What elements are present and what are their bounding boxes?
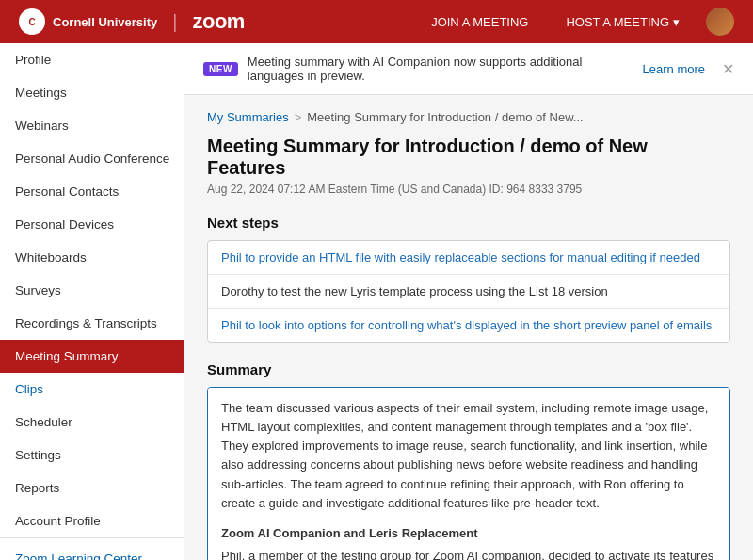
host-meeting-button[interactable]: HOST A MEETING ▾ — [554, 9, 691, 35]
banner-message: Meeting summary with AI Companion now su… — [248, 55, 633, 83]
sidebar-item-profile[interactable]: Profile — [0, 43, 184, 76]
cornell-logo: C Cornell University — [19, 8, 157, 35]
summary-box[interactable]: The team discussed various aspects of th… — [207, 387, 730, 560]
sidebar-item-webinars[interactable]: Webinars — [0, 109, 184, 142]
sidebar-item-meetings[interactable]: Meetings — [0, 76, 184, 109]
host-meeting-label: HOST A MEETING — [566, 15, 669, 29]
next-steps-title: Next steps — [207, 215, 730, 231]
breadcrumb-current: Meeting Summary for Introduction / demo … — [307, 110, 583, 124]
avatar-image — [706, 8, 734, 36]
summary-paragraph-1: The team discussed various aspects of th… — [221, 399, 716, 513]
summary-title: Summary — [207, 361, 730, 377]
institution-name: Cornell University — [53, 15, 157, 29]
learn-more-link[interactable]: Learn more — [643, 62, 705, 76]
app-body: Profile Meetings Webinars Personal Audio… — [0, 43, 753, 560]
summary-paragraph-2: Zoom AI Companion and Leris Replacement … — [221, 524, 716, 560]
sidebar: Profile Meetings Webinars Personal Audio… — [0, 43, 184, 560]
sidebar-item-clips[interactable]: Clips — [0, 373, 184, 406]
close-icon[interactable]: ✕ — [722, 60, 734, 78]
next-step-item: Dorothy to test the new Lyris template p… — [208, 275, 729, 309]
sidebar-item-meeting-summary[interactable]: Meeting Summary — [0, 340, 184, 373]
zoom-logo: zoom — [192, 9, 244, 34]
sidebar-item-personal-devices[interactable]: Personal Devices — [0, 208, 184, 241]
sidebar-item-personal-contacts[interactable]: Personal Contacts — [0, 175, 184, 208]
new-badge: NEW — [203, 62, 238, 76]
sidebar-item-personal-audio[interactable]: Personal Audio Conference — [0, 142, 184, 175]
sidebar-item-account-profile[interactable]: Account Profile — [0, 504, 184, 537]
summary-subtitle: Zoom AI Companion and Leris Replacement — [221, 524, 716, 543]
breadcrumb-parent[interactable]: My Summaries — [207, 110, 289, 124]
cornell-shield-icon: C — [19, 8, 45, 35]
sidebar-bottom: Zoom Learning Center Video Tutorials Kno… — [0, 537, 184, 560]
summary-text-2: Phil, a member of the testing group for … — [221, 549, 713, 560]
join-meeting-button[interactable]: JOIN A MEETING — [420, 9, 539, 35]
sidebar-item-settings[interactable]: Settings — [0, 439, 184, 472]
header-right: JOIN A MEETING HOST A MEETING ▾ — [420, 8, 734, 36]
sidebar-item-scheduler[interactable]: Scheduler — [0, 406, 184, 439]
sidebar-item-recordings[interactable]: Recordings & Transcripts — [0, 307, 184, 340]
sidebar-item-whiteboards[interactable]: Whiteboards — [0, 241, 184, 274]
breadcrumb: My Summaries > Meeting Summary for Intro… — [207, 110, 730, 124]
announcement-banner: NEW Meeting summary with AI Companion no… — [184, 43, 753, 95]
next-step-item: Phil to look into options for controllin… — [208, 309, 729, 342]
next-step-item: Phil to provide an HTML file with easily… — [208, 241, 729, 275]
next-steps-box: Phil to provide an HTML file with easily… — [207, 240, 730, 343]
header-divider: | — [172, 11, 177, 33]
sidebar-item-surveys[interactable]: Surveys — [0, 274, 184, 307]
breadcrumb-separator: > — [295, 110, 302, 124]
main-content: NEW Meeting summary with AI Companion no… — [184, 43, 753, 560]
page-meta: Aug 22, 2024 07:12 AM Eastern Time (US a… — [207, 183, 730, 196]
avatar[interactable] — [706, 8, 734, 36]
header: C Cornell University | zoom JOIN A MEETI… — [0, 0, 753, 43]
sidebar-item-learning-center[interactable]: Zoom Learning Center — [0, 542, 184, 560]
chevron-down-icon: ▾ — [673, 15, 680, 29]
page-content: My Summaries > Meeting Summary for Intro… — [184, 95, 753, 560]
header-left: C Cornell University | zoom — [19, 8, 245, 35]
page-title: Meeting Summary for Introduction / demo … — [207, 136, 730, 179]
sidebar-item-reports[interactable]: Reports — [0, 472, 184, 504]
